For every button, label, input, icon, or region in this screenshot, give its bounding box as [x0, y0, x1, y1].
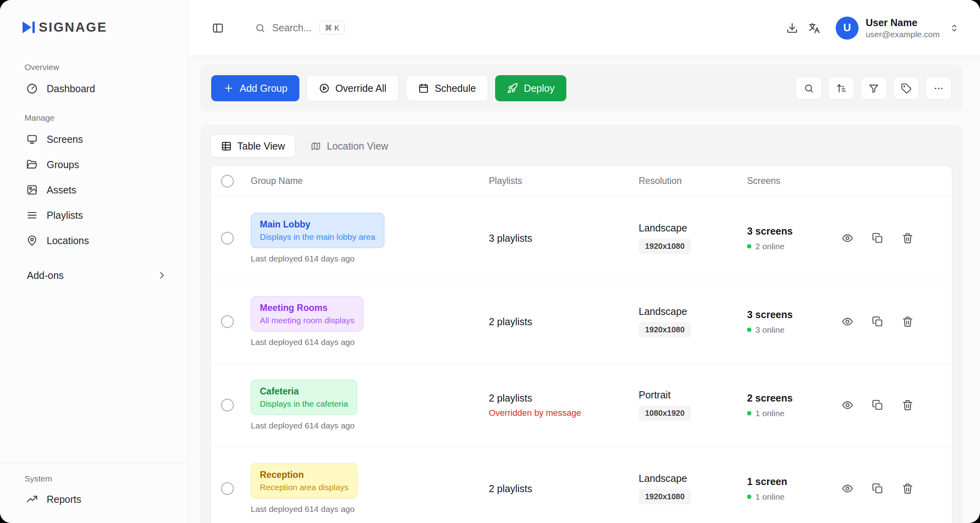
eye-icon [842, 483, 853, 495]
column-resolution: Resolution [639, 176, 747, 186]
duplicate-button[interactable] [872, 232, 884, 244]
table-header-row: Group Name Playlists Resolution Screens [211, 166, 952, 197]
delete-button[interactable] [902, 399, 914, 411]
group-badge: Cafeteria Displays in the cafeteria [251, 380, 357, 415]
sidebar-item-addons[interactable]: Add-ons [0, 263, 188, 288]
user-menu[interactable]: U User Name user@example.com [836, 17, 959, 40]
last-deployed: Last deployed 614 days ago [251, 254, 355, 263]
duplicate-button[interactable] [872, 399, 884, 411]
online-count: 1 online [755, 409, 785, 418]
user-name: User Name [866, 17, 940, 28]
view-button[interactable] [842, 483, 853, 495]
select-all-checkbox[interactable] [221, 175, 234, 188]
group-name: Meeting Rooms [260, 303, 354, 313]
view-button[interactable] [842, 232, 853, 244]
tag-icon [901, 83, 912, 94]
playlists-count: 2 playlists [489, 316, 639, 328]
sidebar-item-dashboard[interactable]: Dashboard [0, 76, 188, 101]
orientation: Landscape [639, 306, 747, 317]
actions-cell [842, 232, 952, 244]
group-description: Displays in the cafeteria [260, 399, 348, 409]
online-dot-icon [747, 244, 751, 248]
monitor-icon [26, 133, 38, 145]
trending-up-icon [26, 493, 38, 505]
online-dot-icon [747, 328, 751, 332]
screens-count: 2 screens [747, 392, 842, 404]
sidebar-section-overview: Overview [0, 63, 188, 76]
chevrons-up-down-icon [949, 23, 959, 33]
search-placeholder: Search... [272, 22, 312, 34]
toolbar-right [796, 77, 952, 100]
view-button[interactable] [842, 316, 853, 328]
sidebar-item-assets[interactable]: Assets [0, 177, 188, 203]
user-email: user@example.com [866, 30, 940, 39]
row-checkbox[interactable] [221, 399, 234, 411]
tab-table-view[interactable]: Table View [210, 135, 295, 157]
filter-button[interactable] [861, 77, 887, 100]
tag-button[interactable] [893, 77, 919, 100]
override-all-button[interactable]: Override All [306, 75, 399, 101]
row-checkbox[interactable] [221, 482, 234, 495]
delete-button[interactable] [902, 316, 914, 328]
search-input[interactable]: Search... ⌘ K [255, 21, 344, 35]
actions-cell [842, 316, 952, 328]
deploy-button[interactable]: Deploy [495, 75, 566, 101]
checkbox-cell [211, 232, 251, 244]
sort-button[interactable] [828, 77, 854, 100]
group-description: Reception area displays [260, 483, 348, 492]
tab-label: Location View [327, 140, 388, 152]
sidebar-item-label: Locations [47, 235, 89, 246]
chevron-right-icon [156, 270, 167, 281]
sidebar-item-label: Add-ons [27, 270, 64, 281]
header-checkbox-cell [211, 175, 251, 188]
copy-icon [872, 232, 884, 244]
delete-button[interactable] [902, 232, 914, 244]
play-circle-icon [319, 83, 330, 94]
view-tabs: Table View Location View [210, 135, 952, 157]
playlists-cell: 2 playlists [489, 483, 639, 495]
orientation: Landscape [639, 473, 747, 484]
avatar: U [836, 17, 859, 40]
sidebar-item-playlists[interactable]: Playlists [0, 203, 188, 228]
table-row: Cafeteria Displays in the cafeteria Last… [211, 364, 952, 447]
sidebar-item-reports[interactable]: Reports [0, 487, 188, 512]
language-button[interactable] [803, 17, 825, 39]
groups-panel: Table View Location View Group Name [200, 125, 963, 523]
resolution-badge: 1920x1080 [639, 322, 691, 337]
map-icon [310, 141, 321, 152]
group-name: Reception [260, 470, 348, 480]
sidebar-item-groups[interactable]: Groups [0, 152, 188, 177]
sidebar-toggle-button[interactable] [207, 17, 229, 39]
screens-count: 1 screen [747, 476, 842, 487]
screens-cell: 1 screen 1 online [747, 476, 842, 502]
schedule-button[interactable]: Schedule [406, 75, 488, 101]
row-checkbox[interactable] [221, 232, 234, 244]
download-button[interactable] [781, 17, 803, 39]
tab-location-view[interactable]: Location View [300, 135, 398, 157]
add-group-button[interactable]: Add Group [211, 75, 299, 101]
row-checkbox[interactable] [221, 315, 234, 328]
sidebar-item-locations[interactable]: Locations [0, 228, 188, 253]
online-status: 2 online [747, 242, 842, 251]
sidebar-bottom: System Reports [0, 463, 188, 523]
top-header: Search... ⌘ K U User Name user@example.c… [188, 0, 980, 56]
table-search-button[interactable] [796, 77, 822, 100]
translate-icon [808, 22, 820, 34]
view-button[interactable] [842, 399, 853, 411]
delete-button[interactable] [902, 483, 914, 495]
copy-icon [872, 316, 884, 328]
table-icon [221, 141, 232, 152]
online-dot-icon [747, 495, 751, 499]
playlists-count: 2 playlists [489, 483, 639, 495]
screens-cell: 3 screens 3 online [747, 309, 842, 335]
duplicate-button[interactable] [872, 483, 884, 495]
eye-icon [842, 399, 853, 411]
sidebar-item-label: Reports [47, 494, 81, 505]
table-row: Main Lobby Displays in the main lobby ar… [211, 197, 952, 280]
trash-icon [902, 483, 914, 495]
rocket-icon [507, 83, 518, 94]
sidebar-item-screens[interactable]: Screens [0, 127, 188, 152]
more-options-button[interactable] [925, 77, 952, 100]
table-row: Reception Reception area displays Last d… [211, 447, 952, 523]
duplicate-button[interactable] [872, 316, 884, 328]
